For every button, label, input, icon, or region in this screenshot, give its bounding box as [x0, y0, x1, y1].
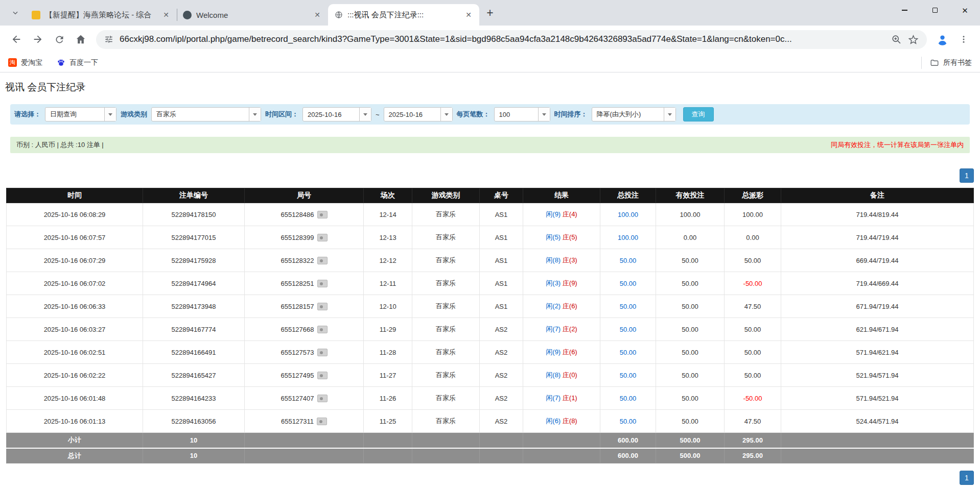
close-tab-icon[interactable]: ✕ [161, 10, 171, 19]
tab-forum[interactable]: 【新提醒】海燕策略论坛 - 综合 ✕ [26, 4, 177, 26]
round-result-thumbnail-icon[interactable] [317, 326, 328, 333]
profile-avatar-icon [936, 33, 949, 46]
tab-search-button[interactable] [7, 5, 24, 21]
home-button[interactable] [71, 29, 91, 50]
game-type-select[interactable]: 百家乐 [151, 107, 261, 121]
cell-bet-id: 522894167774 [143, 318, 245, 341]
result-banker-link[interactable]: 庄(2) [563, 325, 577, 333]
header-result: 结果 [523, 188, 600, 203]
date-from-select[interactable]: 2025-10-16 [302, 107, 371, 121]
cell-table-no: AS1 [480, 272, 523, 295]
result-banker-link[interactable]: 庄(5) [563, 233, 577, 241]
date-range-label: 时间区间： [265, 110, 298, 119]
total-bet-link[interactable]: 50.00 [620, 418, 637, 425]
bookmark-star-icon[interactable] [908, 34, 919, 45]
round-result-thumbnail-icon[interactable] [317, 418, 327, 425]
result-banker-link[interactable]: 庄(0) [563, 371, 577, 379]
all-bookmarks-button[interactable]: 所有书签 [921, 57, 972, 69]
chevron-down-icon[interactable] [104, 108, 116, 121]
result-player-link[interactable]: 闲(6) [546, 417, 561, 425]
cell-valid-bet: 50.00 [656, 364, 725, 387]
total-bet-link[interactable]: 50.00 [620, 257, 637, 264]
tab-bet-record[interactable]: :::视讯 会员下注纪录::: ✕ [328, 4, 479, 26]
url-text[interactable]: 66cxkj98.com/ipl/portal.php/game/betreco… [120, 34, 885, 44]
close-window-button[interactable]: ✕ [950, 0, 980, 20]
per-page-select[interactable]: 100 [494, 107, 550, 121]
result-player-link[interactable]: 闲(8) [546, 256, 561, 264]
result-player-link[interactable]: 闲(5) [546, 233, 561, 241]
maximize-button[interactable] [920, 0, 950, 20]
round-result-thumbnail-icon[interactable] [317, 372, 328, 379]
cell-round-id: 655128251 [245, 272, 364, 295]
back-button[interactable] [6, 29, 27, 50]
close-tab-icon[interactable]: ✕ [313, 10, 322, 19]
result-banker-link[interactable]: 庄(6) [563, 348, 577, 356]
date-to-select[interactable]: 2025-10-16 [384, 107, 453, 121]
chevron-down-icon[interactable] [664, 108, 675, 121]
tab-welcome[interactable]: Welcome ✕ [177, 4, 328, 26]
round-result-thumbnail-icon[interactable] [317, 257, 328, 264]
query-type-select[interactable]: 日期查询 [45, 107, 116, 121]
round-result-thumbnail-icon[interactable] [317, 349, 328, 356]
round-result-thumbnail-icon[interactable] [317, 280, 328, 287]
header-game-type: 游戏类别 [412, 188, 480, 203]
forward-button[interactable] [28, 29, 48, 50]
url-bar[interactable]: 66cxkj98.com/ipl/portal.php/game/betreco… [96, 30, 927, 49]
cell-note: 521.94/571.94 [781, 364, 974, 387]
total-valid-bet: 500.00 [656, 448, 725, 463]
cell-payout: -50.00 [725, 272, 781, 295]
result-player-link[interactable]: 闲(9) [546, 210, 561, 218]
cell-time: 2025-10-16 06:03:27 [7, 318, 143, 341]
result-player-link[interactable]: 闲(2) [546, 302, 561, 310]
total-bet-link[interactable]: 50.00 [620, 395, 637, 402]
sort-order-select[interactable]: 降幂(由大到小) [592, 107, 676, 121]
result-player-link[interactable]: 闲(3) [546, 279, 561, 287]
chevron-down-icon[interactable] [359, 108, 371, 121]
reload-button[interactable] [49, 29, 69, 50]
cell-time: 2025-10-16 06:07:57 [7, 226, 143, 249]
page-1-button[interactable]: 1 [960, 168, 974, 183]
result-banker-link[interactable]: 庄(4) [563, 210, 577, 218]
result-player-link[interactable]: 闲(9) [546, 348, 561, 356]
result-player-link[interactable]: 闲(8) [546, 371, 561, 379]
profile-avatar[interactable] [932, 29, 952, 50]
cell-bet-id: 522894177015 [143, 226, 245, 249]
browser-menu-button[interactable] [953, 29, 974, 50]
result-player-link[interactable]: 闲(7) [546, 325, 561, 333]
result-banker-link[interactable]: 庄(8) [563, 417, 577, 425]
site-settings-tune-icon[interactable] [104, 35, 113, 44]
round-result-thumbnail-icon[interactable] [317, 303, 328, 310]
zoom-in-icon[interactable] [891, 34, 902, 45]
new-tab-button[interactable]: + [482, 5, 498, 20]
total-bet-link[interactable]: 50.00 [620, 280, 637, 287]
bookmark-baidu[interactable]: 百度一下 [57, 58, 98, 67]
result-banker-link[interactable]: 庄(9) [563, 279, 577, 287]
page-1-button[interactable]: 1 [960, 471, 974, 485]
chevron-down-icon[interactable] [440, 108, 452, 121]
round-result-thumbnail-icon[interactable] [317, 395, 328, 402]
total-empty-cell [412, 448, 480, 463]
chevron-down-icon[interactable] [249, 108, 261, 121]
result-banker-link[interactable]: 庄(1) [563, 394, 577, 402]
bookmark-taobao[interactable]: 淘 爱淘宝 [8, 58, 42, 67]
total-bet-link[interactable]: 100.00 [618, 211, 638, 218]
total-bet-link[interactable]: 50.00 [620, 303, 637, 310]
cell-result: 闲(9) 庄(4) [523, 203, 600, 226]
chevron-down-icon[interactable] [538, 108, 550, 121]
total-bet-link[interactable]: 50.00 [620, 349, 637, 356]
total-bet-link[interactable]: 100.00 [618, 234, 638, 241]
total-bet-link[interactable]: 50.00 [620, 326, 637, 333]
query-button[interactable]: 查询 [683, 107, 714, 121]
close-tab-icon[interactable]: ✕ [464, 10, 473, 19]
result-banker-link[interactable]: 庄(6) [563, 302, 577, 310]
round-result-thumbnail-icon[interactable] [317, 211, 328, 218]
cell-payout: 50.00 [725, 318, 781, 341]
header-total-bet: 总投注 [600, 188, 656, 203]
date-to-value: 2025-10-16 [384, 111, 440, 118]
round-result-thumbnail-icon[interactable] [317, 234, 328, 241]
minimize-button[interactable] [890, 0, 920, 20]
result-player-link[interactable]: 闲(7) [546, 394, 561, 402]
total-bet-link[interactable]: 50.00 [620, 372, 637, 379]
valid-bet-notice: 同局有效投注，统一计算在该局第一张注单内 [831, 140, 964, 150]
result-banker-link[interactable]: 庄(3) [563, 256, 577, 264]
